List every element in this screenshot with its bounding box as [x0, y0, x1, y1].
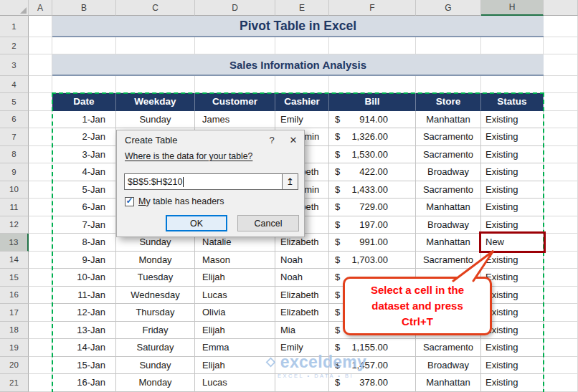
cell-row4[interactable] — [329, 76, 416, 93]
cell-edge-12[interactable] — [544, 216, 578, 234]
cell-C18[interactable]: Friday — [116, 322, 195, 340]
cell-A5[interactable] — [29, 93, 52, 111]
cell-H12[interactable]: Existing — [481, 216, 544, 234]
cell-H6[interactable]: Existing — [481, 111, 544, 129]
cell-row4[interactable] — [116, 76, 195, 93]
col-header-G[interactable]: G — [416, 0, 481, 16]
cell-B8[interactable]: 3-Jan — [52, 146, 116, 164]
cell-G21[interactable]: Manhattan — [416, 374, 481, 392]
collapse-dialog-button[interactable]: ↥ — [282, 174, 298, 189]
cell-D18[interactable]: Elijah — [195, 322, 275, 340]
table-header-customer[interactable]: Customer — [195, 93, 275, 111]
cell-A17[interactable] — [29, 304, 52, 322]
row-header-7[interactable]: 7 — [0, 128, 29, 146]
row-header-2[interactable]: 2 — [0, 37, 29, 54]
col-header-edge[interactable] — [544, 0, 578, 16]
cell-edge-15[interactable] — [544, 269, 578, 287]
cell-F10[interactable]: $1,433.00 — [329, 181, 416, 199]
cell-H7[interactable]: Existing — [481, 128, 544, 146]
cell-G14[interactable]: Sacramento — [416, 252, 481, 269]
cell-edge-10[interactable] — [544, 181, 578, 199]
cell-A6[interactable] — [29, 111, 52, 129]
cell-row4[interactable] — [416, 76, 481, 93]
cell-B6[interactable]: 1-Jan — [52, 111, 116, 129]
cell-A16[interactable] — [29, 287, 52, 305]
row-header-19[interactable]: 19 — [0, 339, 29, 357]
cell-edge-4[interactable] — [544, 76, 578, 93]
cell-E6[interactable]: Emily — [275, 111, 329, 129]
row-header-12[interactable]: 12 — [0, 216, 29, 234]
cell-E17[interactable]: Elizabeth — [275, 304, 329, 322]
cell-F9[interactable]: $422.00 — [329, 163, 416, 181]
col-header-H[interactable]: H — [481, 0, 544, 16]
cell-B15[interactable]: 10-Jan — [52, 269, 116, 287]
cell-edge-8[interactable] — [544, 146, 578, 164]
cell-C20[interactable]: Sunday — [116, 357, 195, 375]
cell-H21[interactable]: Existing — [481, 374, 544, 392]
cell-A7[interactable] — [29, 128, 52, 146]
col-header-E[interactable]: E — [275, 0, 329, 16]
row-header-4[interactable]: 4 — [0, 76, 29, 93]
cell-edge-3[interactable] — [544, 54, 578, 76]
help-button[interactable]: ? — [261, 135, 283, 145]
cell-row2[interactable] — [329, 37, 416, 54]
cell-edge-2[interactable] — [544, 37, 578, 54]
cell-A18[interactable] — [29, 322, 52, 340]
cell-A20[interactable] — [29, 357, 52, 375]
cell-A8[interactable] — [29, 146, 52, 164]
cell-G7[interactable]: Sacramento — [416, 128, 481, 146]
cell-B18[interactable]: 13-Jan — [52, 322, 116, 340]
cell-row4[interactable] — [275, 76, 329, 93]
cell-A12[interactable] — [29, 216, 52, 234]
headers-checkbox[interactable]: ✓ — [125, 197, 134, 206]
table-header-cashier[interactable]: Cashier — [275, 93, 329, 111]
cell-C14[interactable]: Monday — [116, 252, 195, 269]
cell-G9[interactable]: Broadway — [416, 163, 481, 181]
cell-row4[interactable] — [52, 76, 116, 93]
cell-G12[interactable]: Broadway — [416, 216, 481, 234]
cell-D20[interactable]: Elijah — [195, 357, 275, 375]
cell-B11[interactable]: 6-Jan — [52, 199, 116, 216]
row-header-6[interactable]: 6 — [0, 111, 29, 129]
row-header-1[interactable]: 1 — [0, 16, 29, 37]
row-header-10[interactable]: 10 — [0, 181, 29, 199]
cell-F12[interactable]: $197.00 — [329, 216, 416, 234]
cell-C21[interactable]: Monday — [116, 374, 195, 392]
close-button[interactable]: ✕ — [283, 135, 304, 145]
cell-edge-9[interactable] — [544, 163, 578, 181]
cell-C19[interactable]: Saturday — [116, 339, 195, 357]
cell-row2[interactable] — [416, 37, 481, 54]
row-header-9[interactable]: 9 — [0, 163, 29, 181]
cell-H14[interactable]: Existing — [481, 252, 544, 269]
cell-edge-18[interactable] — [544, 322, 578, 340]
table-header-bill[interactable]: Bill — [329, 93, 416, 111]
cell-D16[interactable]: Lucas — [195, 287, 275, 305]
col-header-A[interactable]: A — [29, 0, 52, 16]
row-header-3[interactable]: 3 — [0, 54, 29, 76]
cell-edge-13[interactable] — [544, 234, 578, 252]
cell-F11[interactable]: $729.00 — [329, 199, 416, 216]
cell-E21[interactable] — [275, 374, 329, 392]
cell-E16[interactable]: Elizabeth — [275, 287, 329, 305]
cell-H20[interactable]: Existing — [481, 357, 544, 375]
cell-edge-11[interactable] — [544, 199, 578, 216]
cell-G10[interactable]: Sacramento — [416, 181, 481, 199]
cell-H11[interactable]: Existing — [481, 199, 544, 216]
cell-edge-21[interactable] — [544, 374, 578, 392]
cell-F13[interactable]: $991.00 — [329, 234, 416, 252]
cell-E18[interactable]: Mia — [275, 322, 329, 340]
cell-A19[interactable] — [29, 339, 52, 357]
cell-B7[interactable]: 2-Jan — [52, 128, 116, 146]
col-header-D[interactable]: D — [195, 0, 275, 16]
cell-F19[interactable]: $1,155.00 — [329, 339, 416, 357]
cell-C17[interactable]: Thursday — [116, 304, 195, 322]
cell-B10[interactable]: 5-Jan — [52, 181, 116, 199]
cell-B20[interactable]: 15-Jan — [52, 357, 116, 375]
cell-row4[interactable] — [195, 76, 275, 93]
cell-B12[interactable]: 7-Jan — [52, 216, 116, 234]
cell-B13[interactable]: 8-Jan — [52, 234, 116, 252]
cell-G13[interactable]: Manhattan — [416, 234, 481, 252]
row-header-11[interactable]: 11 — [0, 199, 29, 216]
select-all-button[interactable] — [0, 0, 29, 16]
row-header-20[interactable]: 20 — [0, 357, 29, 375]
